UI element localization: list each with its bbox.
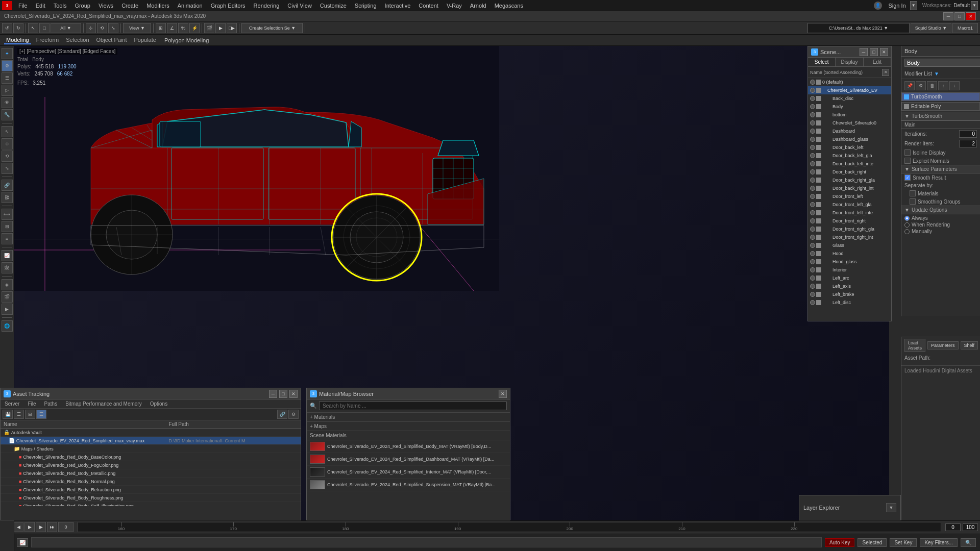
smoothing-groups-checkbox[interactable] (910, 198, 916, 205)
move-up-btn[interactable]: ↑ (938, 81, 948, 90)
scene-list-item[interactable]: Hood_glass (808, 258, 891, 266)
menu-modifiers[interactable]: Modifiers (142, 2, 174, 10)
configure-btn[interactable]: ⚙ (916, 81, 926, 90)
menu-graph-editors[interactable]: Graph Editors (207, 2, 250, 10)
ref-coord-dropdown[interactable]: View ▼ (123, 23, 151, 33)
iterations-input[interactable] (959, 130, 977, 138)
table-row[interactable]: ■ Chevrolet_Silverado_Red_Body_FogColor.… (1, 461, 301, 469)
menu-file[interactable]: File (14, 2, 32, 10)
scene-list-item[interactable]: Door_back_left (808, 143, 891, 152)
angle-snap[interactable]: ∠ (167, 23, 177, 33)
manually-option[interactable]: Manually (904, 229, 977, 234)
schematic-view-tool[interactable]: 🕸 (2, 262, 13, 273)
rotate-tool-lt[interactable]: ⟲ (2, 151, 13, 162)
mat-panel-close[interactable]: ✕ (499, 390, 507, 398)
scene-panel-maximize[interactable]: □ (870, 48, 878, 56)
tb2-freeform[interactable]: Freeform (34, 36, 61, 44)
mirror-tool[interactable]: ⟺ (2, 209, 13, 220)
selection-filter[interactable]: All ▼ (51, 23, 81, 33)
surface-params-header[interactable]: ▼ Surface Parameters (901, 165, 980, 173)
scene-panel-minimize[interactable]: ─ (860, 48, 868, 56)
menu-civil-view[interactable]: Civil View (283, 2, 315, 10)
mini-timeline[interactable] (31, 537, 822, 547)
smooth-result-checkbox[interactable] (904, 174, 911, 181)
render-btn[interactable]: ▶ (215, 23, 226, 33)
menu-rendering[interactable]: Rendering (250, 2, 284, 10)
tb2-populate[interactable]: Populate (132, 36, 158, 44)
scene-tab-edit[interactable]: Edit (864, 58, 891, 66)
undo-btn[interactable]: ↺ (2, 23, 12, 33)
scene-list-item[interactable]: Body (808, 103, 891, 111)
asset-tb-4[interactable]: ☰ (36, 410, 46, 419)
render-lt[interactable]: ▶ (2, 304, 13, 315)
align-tool[interactable]: ≡ (2, 233, 13, 244)
scene-list-item[interactable]: Left_axis (808, 282, 891, 290)
table-row[interactable]: ■ Chevrolet_Silverado_Red_Body_BaseColor… (1, 453, 301, 461)
table-row[interactable]: 📄 Chevrolet_Silverado_EV_2024_Red_Simpli… (1, 437, 301, 445)
play-btn[interactable]: ▶ (24, 522, 35, 532)
scene-list-item[interactable]: Door_back_left_inte (808, 160, 891, 168)
scene-list-item[interactable]: 0 (default) (808, 78, 891, 86)
curve-editor-tool[interactable]: 📈 (2, 250, 13, 261)
materials-section[interactable]: + Materials (307, 413, 510, 422)
menu-vray[interactable]: V-Ray (443, 2, 466, 10)
always-option[interactable]: Always (904, 215, 977, 221)
scene-list-item[interactable]: Hood (808, 249, 891, 258)
move-tool-lt[interactable]: ⊹ (2, 138, 13, 149)
menu-megascans[interactable]: Megascans (491, 2, 527, 10)
scene-list-item[interactable]: Left_brake (808, 290, 891, 298)
asset-menu-file[interactable]: File (26, 400, 38, 407)
utility-tool[interactable]: 🔧 (2, 109, 13, 120)
close-btn[interactable]: ✕ (966, 12, 976, 20)
scene-list-item[interactable]: Door_back_left_gla (808, 152, 891, 160)
render-iters-input[interactable] (959, 140, 977, 147)
menu-arnold[interactable]: Arnold (466, 2, 491, 10)
menu-content[interactable]: Content (414, 2, 443, 10)
table-row[interactable]: ■ Chevrolet_Silverado_Red_Body_Metallic.… (1, 469, 301, 478)
scene-materials-section[interactable]: Scene Materials (307, 431, 510, 440)
file-path-field[interactable]: C:\Users\St.. ds Max 2021 ▼ (807, 23, 910, 33)
mini-curve-btn[interactable]: 📈 (17, 538, 28, 547)
scene-close-btn[interactable]: ✕ (882, 69, 889, 76)
render-setup[interactable]: 🎬 (204, 23, 214, 33)
sign-in-btn[interactable]: Sign In (884, 2, 910, 10)
materials-checkbox[interactable] (910, 190, 916, 196)
workspace-dropdown[interactable]: ▼ (971, 1, 978, 10)
delete-mod-btn[interactable]: 🗑 (927, 81, 937, 90)
tb2-modeling[interactable]: Modeling (4, 36, 31, 44)
scene-tab-display[interactable]: Display (836, 58, 863, 66)
pin-stack-btn[interactable]: 📌 (904, 81, 915, 90)
tb2-selection[interactable]: Selection (64, 36, 91, 44)
snap-toggle[interactable]: ⊞ (156, 23, 166, 33)
next-frame-btn[interactable]: ▶ (36, 522, 46, 532)
scene-list-item[interactable]: Interior (808, 266, 891, 274)
table-row[interactable]: ■ Chevrolet_Silverado_Red_Body_Normal.pn… (1, 478, 301, 486)
isoline-checkbox[interactable] (904, 149, 911, 156)
sign-in-dropdown[interactable]: ▼ (910, 1, 917, 10)
menu-customize[interactable]: Customize (316, 2, 351, 10)
scene-list-item[interactable]: Glass (808, 241, 891, 249)
motion-tool[interactable]: ▷ (2, 85, 13, 96)
asset-tb-3[interactable]: ⊞ (25, 410, 35, 419)
rotate-btn[interactable]: ⟲ (97, 23, 107, 33)
scene-list-item[interactable]: Door_front_right_int (808, 233, 891, 241)
scene-list-item[interactable]: Chevrolet_Silverado_EV (808, 86, 891, 94)
main-section-header[interactable]: Main (901, 120, 980, 129)
menu-edit[interactable]: Edit (32, 2, 50, 10)
hierarchy-tool[interactable]: ☰ (2, 72, 13, 84)
update-options-header[interactable]: ▼ Update Options (901, 206, 980, 214)
percent-snap[interactable]: % (178, 23, 188, 33)
scene-list-item[interactable]: Left_disc (808, 298, 891, 307)
menu-create[interactable]: Create (117, 2, 142, 10)
tb2-object-paint[interactable]: Object Paint (94, 36, 129, 44)
scene-list-item[interactable]: Door_front_right_gla (808, 225, 891, 233)
asset-tb-link[interactable]: 🔗 (277, 410, 287, 419)
time-display[interactable]: 0 (58, 522, 74, 532)
scene-list-item[interactable]: Back_disc (808, 94, 891, 103)
layer-explorer-expand[interactable]: ▼ (886, 503, 896, 512)
viewport-label[interactable]: [+] [Perspective] [Standard] [Edged Face… (17, 48, 117, 55)
search-timeline-icon[interactable]: 🔍 (961, 538, 976, 547)
squid-studio-dropdown[interactable]: Squid Studio ▼ (911, 23, 951, 33)
menu-group[interactable]: Group (70, 2, 94, 10)
menu-tools[interactable]: Tools (50, 2, 71, 10)
